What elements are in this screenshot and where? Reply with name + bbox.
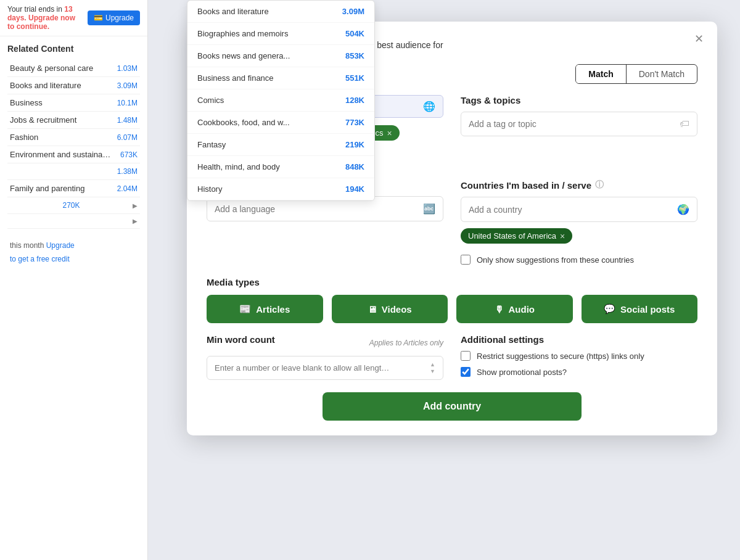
- sidebar-item-books[interactable]: Books and literature 3.09M: [7, 77, 140, 94]
- social-posts-button[interactable]: 💬 Social posts: [582, 295, 698, 323]
- dropdown-item-count: 128K: [345, 96, 364, 105]
- sidebar-item-unknown1[interactable]: 1.38M: [7, 163, 140, 180]
- tags-topics-input[interactable]: [469, 119, 680, 129]
- applies-label: Applies to Articles only: [369, 339, 443, 347]
- sidebar: Related Content Beauty & personal care 1…: [0, 36, 147, 273]
- spinner-icon[interactable]: ▲ ▼: [430, 361, 435, 374]
- sidebar-item-fashion[interactable]: Fashion 6.07M: [7, 129, 140, 146]
- chat-icon: 💬: [604, 303, 615, 315]
- dropdown-item-health[interactable]: Health, mind, and body 848K: [187, 156, 374, 178]
- free-credit-text[interactable]: to get a free credit: [10, 255, 70, 263]
- dropdown-item-business-finance[interactable]: Business and finance 551K: [187, 67, 374, 89]
- word-count-input-box[interactable]: ▲ ▼: [207, 356, 443, 380]
- sidebar-item-count: 6.07M: [117, 133, 138, 142]
- dropdown-item-label: Health, mind, and body: [197, 162, 280, 171]
- sidebar-item-count: 673K: [120, 150, 138, 159]
- sidebar-item-arrow1[interactable]: 270K ▶: [7, 197, 140, 214]
- dont-match-button[interactable]: Don't Match: [627, 65, 697, 83]
- upgrade-button[interactable]: 💳 Upgrade: [88, 10, 140, 25]
- chevron-right-icon: ▶: [133, 218, 138, 224]
- additional-settings-label: Additional settings: [461, 334, 697, 345]
- sidebar-item-count: 1.48M: [117, 116, 138, 125]
- dropdown-item-comics[interactable]: Comics 128K: [187, 89, 374, 112]
- sidebar-item-label: Books and literature: [10, 81, 81, 90]
- upgrade-link[interactable]: Upgrade: [46, 241, 75, 250]
- word-count-header: Min word count Applies to Articles only: [207, 334, 443, 351]
- dropdown-item-books-lit[interactable]: Books and literature 3.09M: [187, 1, 374, 23]
- dropdown-item-label: Biographies and memoirs: [197, 29, 288, 38]
- sidebar-item-count: 2.04M: [117, 184, 138, 193]
- add-country-button[interactable]: Add country: [323, 392, 582, 421]
- sidebar-item-count: 1.38M: [117, 167, 138, 176]
- match-toggle-group: Match Don't Match: [575, 64, 697, 84]
- sidebar-item-label: Fashion: [10, 133, 38, 142]
- sidebar-item-count: 270K: [62, 201, 80, 210]
- country-input[interactable]: [469, 205, 677, 215]
- media-type-buttons: 📰 Articles 🖥 Videos 🎙 Audio 💬 Social pos…: [207, 295, 697, 323]
- bottom-columns: Min word count Applies to Articles only …: [207, 334, 697, 380]
- dropdown-item-biographies[interactable]: Biographies and memoirs 504K: [187, 23, 374, 45]
- dropdown-item-count: 3.09M: [342, 7, 364, 16]
- dropdown-item-cookbooks[interactable]: Cookbooks, food, and w... 773K: [187, 112, 374, 134]
- dropdown-item-count: 551K: [345, 73, 364, 83]
- word-count-section: Min word count Applies to Articles only …: [207, 334, 443, 380]
- sidebar-item-label: Jobs & recruitment: [10, 115, 76, 125]
- country-input-box[interactable]: 🌍: [461, 197, 697, 222]
- media-types-section: Media types 📰 Articles 🖥 Videos 🎙 Audio …: [207, 277, 697, 323]
- dropdown-item-count: 194K: [345, 184, 364, 194]
- match-button[interactable]: Match: [576, 65, 626, 83]
- dropdown-item-history[interactable]: History 194K: [187, 178, 374, 200]
- country-tag-usa: United States of America ×: [461, 228, 572, 244]
- sidebar-footer-text: this month: [10, 241, 44, 250]
- dropdown-item-count: 219K: [345, 140, 364, 149]
- sidebar-item-label: Family and parenting: [10, 184, 84, 193]
- language-input[interactable]: [215, 204, 423, 214]
- dropdown-item-label: History: [197, 184, 222, 194]
- promotional-checkbox-label: Show promotional posts?: [477, 368, 567, 377]
- remove-usa-button[interactable]: ×: [560, 232, 565, 241]
- trial-banner: Your trial ends in 13 days. Upgrade now …: [0, 0, 147, 36]
- https-checkbox[interactable]: [461, 351, 471, 361]
- media-types-label: Media types: [207, 277, 697, 287]
- info-icon: ⓘ: [595, 179, 604, 191]
- dropdown-item-label: Business and finance: [197, 73, 274, 83]
- country-checkbox-label: Only show suggestions from these countri…: [477, 255, 634, 265]
- dropdown-item-fantasy[interactable]: Fantasy 219K: [187, 134, 374, 156]
- sidebar-item-business[interactable]: Business 10.1M: [7, 94, 140, 112]
- dropdown-item-label: Comics: [197, 96, 224, 105]
- promotional-checkbox-row: Show promotional posts?: [461, 367, 697, 377]
- country-checkbox-row: Only show suggestions from these countri…: [461, 255, 697, 265]
- sidebar-item-environment[interactable]: Environment and sustaina… 673K: [7, 146, 140, 163]
- dropdown-item-label: Books and literature: [197, 7, 269, 16]
- articles-icon: 📰: [239, 303, 251, 315]
- dropdown-item-count: 504K: [345, 29, 364, 38]
- sidebar-item-count: 3.09M: [117, 81, 138, 90]
- tags-topics-label: Tags & topics: [461, 95, 697, 105]
- sidebar-item-beauty[interactable]: Beauty & personal care 1.03M: [7, 60, 140, 77]
- dropdown-item-count: 848K: [345, 162, 364, 171]
- word-count-label: Min word count: [207, 334, 275, 345]
- dropdown-item-count: 853K: [345, 51, 364, 60]
- word-count-input[interactable]: [215, 363, 430, 373]
- additional-settings-section: Additional settings Restrict suggestions…: [461, 334, 697, 380]
- selected-countries: United States of America ×: [461, 228, 697, 250]
- remove-literary-button[interactable]: ×: [387, 129, 392, 138]
- translate-icon: 🔤: [423, 203, 435, 215]
- country-filter-checkbox[interactable]: [461, 255, 471, 265]
- audio-button[interactable]: 🎙 Audio: [456, 295, 573, 323]
- sidebar-item-count: 1.03M: [117, 64, 138, 73]
- close-button[interactable]: ✕: [690, 30, 707, 47]
- monitor-icon: 🖥: [368, 304, 377, 315]
- sidebar-title: Related Content: [7, 44, 140, 54]
- articles-button[interactable]: 📰 Articles: [207, 295, 323, 323]
- sidebar-item-jobs[interactable]: Jobs & recruitment 1.48M: [7, 112, 140, 129]
- promotional-checkbox[interactable]: [461, 367, 471, 377]
- sidebar-item-family[interactable]: Family and parenting 2.04M: [7, 180, 140, 197]
- countries-column: Countries I'm based in / serve ⓘ 🌍 Unite…: [461, 179, 697, 265]
- videos-button[interactable]: 🖥 Videos: [332, 295, 448, 323]
- tags-topics-column: Tags & topics 🏷: [461, 95, 697, 167]
- sidebar-item-arrow2[interactable]: ▶: [7, 214, 140, 229]
- sidebar-item-label: Business: [10, 98, 43, 107]
- dropdown-item-books-news[interactable]: Books news and genera... 853K: [187, 45, 374, 67]
- tags-topics-input-box[interactable]: 🏷: [461, 112, 697, 136]
